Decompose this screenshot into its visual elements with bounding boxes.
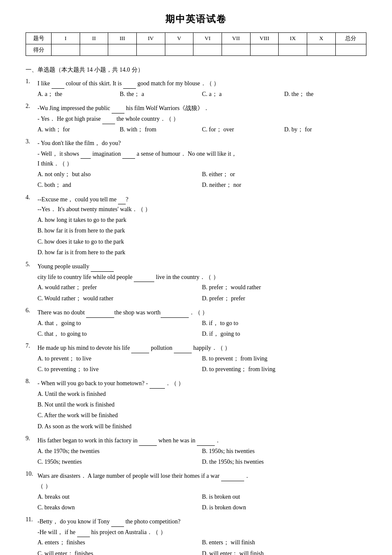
score-table-header: V <box>165 33 193 44</box>
option: A. that， going to <box>37 318 202 328</box>
option: C. both； and <box>37 180 202 190</box>
question-main: 3.- You don't like the film， do you?- We… <box>26 138 366 169</box>
question-main: 1.I like colour of this skirt. It is goo… <box>26 78 366 89</box>
option: A. would rather； prefer <box>37 282 202 293</box>
score-row-label: 得分 <box>26 44 52 56</box>
section-title: 一、单选题（本大题共 14 小题，共 14.0 分） <box>26 66 366 74</box>
option: C. will enter； finishes <box>37 548 202 555</box>
options-container: A. Until the work is finishedB. Not unti… <box>37 389 366 432</box>
question-block: 3.- You don't like the film， do you?- We… <box>26 138 366 191</box>
question-block: 10.Wars are disasters． A large number of… <box>26 471 366 513</box>
option: C. Would rather； would rather <box>37 293 202 304</box>
options-container: A. the 1970s; the twentiesB. 1950s; his … <box>37 446 366 467</box>
question-number: 7. <box>26 343 37 349</box>
question-text: --Excuse me， could you tell me ?--Yes． I… <box>37 194 366 215</box>
score-table: 题号IIIIIIIVVVIVIIVIIIIXX总分 得分 <box>26 32 366 56</box>
question-block: 4.--Excuse me， could you tell me ?--Yes．… <box>26 194 366 258</box>
option: D. by； for <box>284 124 366 135</box>
option: A. enters； finishes <box>37 537 202 548</box>
score-cell <box>335 44 366 56</box>
question-main: 10.Wars are disasters． A large number of… <box>26 471 366 491</box>
question-block: 11.-Betty， do you know if Tony the photo… <box>26 516 366 555</box>
question-text: Wars are disasters． A large number of pe… <box>37 471 366 491</box>
score-table-header: 题号 <box>26 33 52 44</box>
option: B. either； or <box>202 169 366 180</box>
options-container: A. that， going toB. if， to go toC. that，… <box>37 318 366 339</box>
question-number: 11. <box>26 516 37 523</box>
question-text: He made up his mind to devote his life p… <box>37 343 366 353</box>
option: B. to prevent； from living <box>202 353 366 364</box>
page-title: 期中英语试卷 <box>26 13 366 26</box>
question-text: There was no doubt the shop was worth ．（… <box>37 307 366 318</box>
option: C. how does it take to go to the park <box>37 236 366 247</box>
option: A. how long it takes to go to the park <box>37 215 366 225</box>
options-container: A. breaks outB. is broken outC. breaks d… <box>37 491 366 513</box>
question-main: 5.Young people usually city life to coun… <box>26 261 366 282</box>
question-block: 8.- When will you go back to your hometo… <box>26 378 366 432</box>
question-main: 9.His father began to work in this facto… <box>26 435 366 446</box>
option: C. 1950s; twenties <box>37 456 202 467</box>
option: A. to prevent； to live <box>37 353 202 364</box>
option: D. the 1950s; his twenties <box>202 456 366 467</box>
score-table-header: III <box>108 33 137 44</box>
score-cell <box>165 44 193 56</box>
question-block: 5.Young people usually city life to coun… <box>26 261 366 304</box>
score-table-header: VIII <box>250 33 279 44</box>
option: B. the； a <box>120 89 202 99</box>
question-number: 9. <box>26 435 37 442</box>
option: B. if， to go to <box>202 318 366 328</box>
score-cell <box>137 44 165 56</box>
question-main: 2.-Wu Jing impressed the public his film… <box>26 103 366 124</box>
option: D. neither； nor <box>202 180 366 190</box>
question-text: I like colour of this skirt. It is good … <box>37 78 366 89</box>
question-block: 2.-Wu Jing impressed the public his film… <box>26 103 366 135</box>
option: D. how far is it from here to the park <box>37 247 366 258</box>
question-number: 4. <box>26 194 37 201</box>
option: D. is broken down <box>202 502 366 513</box>
option: B. with； from <box>120 124 202 135</box>
options-container: A. not only； but alsoB. either； orC. bot… <box>37 169 366 190</box>
option: A. Until the work is finished <box>37 389 366 399</box>
score-cell <box>108 44 137 56</box>
option: A. with； for <box>37 124 120 135</box>
options-container: A. how long it takes to go to the parkB.… <box>37 215 366 258</box>
options-container: A. with； forB. with； fromC. for； overD. … <box>37 124 366 135</box>
question-block: 7.He made up his mind to devote his life… <box>26 343 366 375</box>
options-container: A. a； theB. the； aC. a； aD. the； the <box>37 89 366 99</box>
option: D. prefer； prefer <box>202 293 366 304</box>
question-number: 5. <box>26 261 37 268</box>
score-cell <box>193 44 222 56</box>
option: B. enters； will finish <box>202 537 366 548</box>
options-container: A. would rather； preferB. prefer； would … <box>37 282 366 303</box>
option: D. if， going to <box>202 328 366 339</box>
options-container: A. to prevent； to liveB. to prevent； fro… <box>37 353 366 375</box>
option: A. breaks out <box>37 491 202 502</box>
score-table-header: X <box>307 33 336 44</box>
option: B. 1950s; his twenties <box>202 446 366 456</box>
question-main: 8.- When will you go back to your hometo… <box>26 378 366 389</box>
score-table-header: 总分 <box>335 33 366 44</box>
score-table-header: IV <box>137 33 165 44</box>
question-main: 11.-Betty， do you know if Tony the photo… <box>26 516 366 538</box>
score-table-header: II <box>80 33 108 44</box>
option: D. to preventing； from living <box>202 364 366 375</box>
question-number: 2. <box>26 103 37 110</box>
question-main: 6.There was no doubt the shop was worth … <box>26 307 366 318</box>
score-cell <box>307 44 336 56</box>
question-block: 9.His father began to work in this facto… <box>26 435 366 467</box>
option: C. a； a <box>202 89 284 99</box>
options-container: A. enters； finishesB. enters； will finis… <box>37 537 366 555</box>
option: A. a； the <box>37 89 120 99</box>
question-number: 3. <box>26 138 37 145</box>
question-text: - When will you go back to your hometown… <box>37 378 366 389</box>
option: B. prefer； would rather <box>202 282 366 293</box>
option: D. the； the <box>284 89 366 99</box>
score-cell <box>52 44 80 56</box>
question-number: 8. <box>26 378 37 385</box>
question-block: 1.I like colour of this skirt. It is goo… <box>26 78 366 99</box>
option: C. After the work will be finished <box>37 410 366 421</box>
score-table-header: VI <box>193 33 222 44</box>
option: A. not only； but also <box>37 169 202 180</box>
question-text: His father began to work in this factory… <box>37 435 366 446</box>
question-number: 10. <box>26 471 37 477</box>
